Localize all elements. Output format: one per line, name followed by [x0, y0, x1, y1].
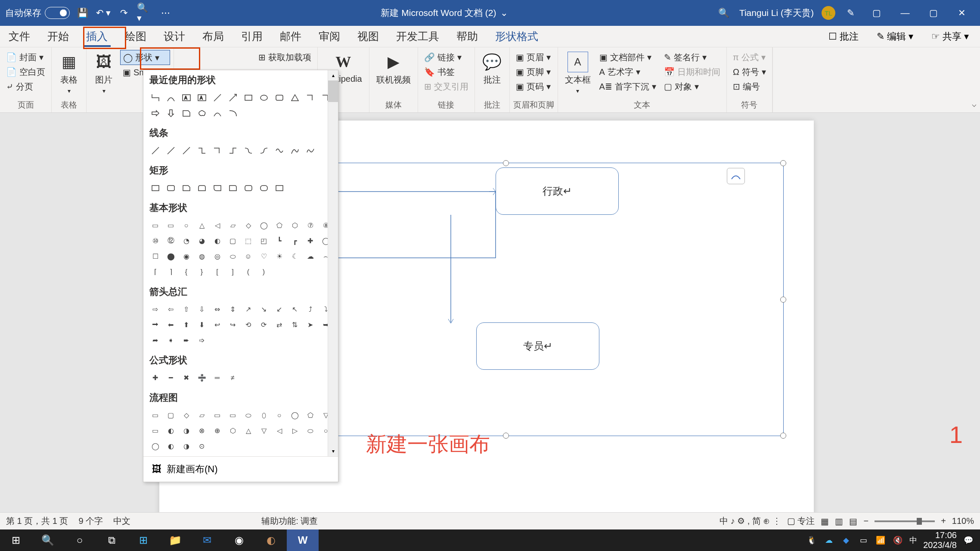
scroll-up-icon[interactable]: ▴ — [328, 70, 338, 80]
arrow-shape-12[interactable]: ⮕ — [148, 317, 163, 332]
basic-shape-0[interactable]: ▭ — [148, 218, 163, 233]
line-elbow2[interactable] — [210, 143, 225, 158]
line-freeform[interactable] — [287, 143, 302, 158]
rect-5[interactable] — [210, 180, 225, 195]
shape-rounded-rect[interactable] — [272, 90, 287, 105]
crossref-button[interactable]: ⊞ 交叉引用 — [422, 79, 471, 94]
shape-oval[interactable] — [256, 90, 271, 105]
arrow-shape-20[interactable]: ⇄ — [272, 317, 287, 332]
canvas-handle-n[interactable] — [503, 160, 509, 166]
basic-shape-14[interactable]: ◔ — [179, 233, 194, 248]
shape-right-arrow[interactable] — [148, 105, 163, 121]
number-button[interactable]: ⊡ 编号 — [730, 79, 769, 94]
zoom-in-icon[interactable]: + — [941, 516, 946, 526]
tab-view[interactable]: 视图 — [349, 26, 388, 47]
line-double-arrow[interactable] — [179, 143, 194, 158]
shape-arrow-line[interactable] — [225, 90, 240, 105]
arrow-shape-14[interactable]: ⬆ — [179, 317, 194, 332]
view-web-icon[interactable]: ▤ — [849, 516, 857, 526]
shape-textbox-v[interactable]: A — [194, 90, 209, 105]
arrow-shape-16[interactable]: ↩ — [210, 317, 225, 332]
basic-shape-36[interactable]: ⌈ — [148, 264, 163, 279]
search-button[interactable]: 🔍 — [716, 5, 732, 21]
link-button[interactable]: 🔗 链接 ▾ — [422, 50, 471, 65]
eq-mult[interactable]: ✖ — [179, 370, 194, 385]
flow-shape-25[interactable]: ◐ — [163, 439, 178, 454]
tab-help[interactable]: 帮助 — [448, 26, 487, 47]
rect-1[interactable] — [148, 180, 163, 195]
basic-shape-25[interactable]: ⬤ — [163, 249, 178, 264]
flow-shape-20[interactable]: ◁ — [272, 423, 287, 438]
flow-shape-8[interactable]: ○ — [272, 408, 287, 423]
tab-file[interactable]: 文件 — [0, 26, 39, 47]
basic-shape-6[interactable]: ◇ — [241, 218, 256, 233]
signature-button[interactable]: ✎ 签名行 ▾ — [661, 50, 723, 65]
editing-mode-button[interactable]: ✎ 编辑 ▾ — [870, 28, 920, 45]
maximize-icon[interactable]: ▢ — [923, 4, 944, 22]
arrow-shape-0[interactable]: ⇨ — [148, 302, 163, 317]
basic-shape-28[interactable]: ◎ — [210, 249, 225, 264]
share-button[interactable]: ☞ 共享 ▾ — [924, 28, 976, 45]
equation-button[interactable]: π 公式 ▾ — [730, 50, 769, 65]
shape-curved-connector[interactable] — [163, 90, 178, 105]
basic-shape-2[interactable]: ○ — [179, 218, 194, 233]
shape-arc[interactable] — [210, 105, 225, 121]
rect-7[interactable] — [241, 180, 256, 195]
flow-shape-15[interactable]: ⊗ — [194, 423, 209, 438]
cortana-icon[interactable]: ○ — [64, 529, 96, 551]
tray-battery-icon[interactable]: ▭ — [858, 535, 869, 546]
line-elbow3[interactable] — [225, 143, 240, 158]
basic-shape-33[interactable]: ☾ — [287, 249, 302, 264]
comment-button[interactable]: 💬 批注 — [478, 50, 506, 87]
basic-shape-34[interactable]: ☁ — [303, 249, 318, 264]
shape-admin[interactable]: 行政↵ — [496, 167, 619, 215]
scroll-down-icon[interactable]: ▾ — [328, 446, 338, 456]
start-icon[interactable]: ⊞ — [0, 529, 32, 551]
app-brown-icon[interactable]: ◐ — [255, 529, 287, 551]
arrow-shape-2[interactable]: ⇧ — [179, 302, 194, 317]
footer-button[interactable]: ▣ 页脚 ▾ — [513, 65, 553, 79]
canvas-handle-ne[interactable] — [780, 160, 786, 166]
basic-shape-15[interactable]: ◕ — [194, 233, 209, 248]
canvas-handle-s[interactable] — [503, 433, 509, 439]
eq-neq[interactable]: ≠ — [225, 370, 240, 385]
shape-triangle[interactable] — [287, 90, 302, 105]
tab-shape-format[interactable]: 形状格式 — [487, 26, 547, 47]
ribbon-display-icon[interactable]: ▢ — [866, 4, 887, 22]
save-icon[interactable]: 💾 — [75, 5, 90, 21]
new-canvas-item[interactable]: 🖽 新建画布(N) — [143, 456, 338, 482]
tray-wifi-icon[interactable]: 📶 — [875, 535, 886, 546]
basic-shape-40[interactable]: [ — [210, 264, 225, 279]
redo-icon[interactable]: ↷ — [116, 5, 132, 21]
table-button[interactable]: ▦ 表格▾ — [55, 50, 83, 96]
close-icon[interactable]: ✕ — [952, 4, 972, 22]
flow-shape-9[interactable]: ◯ — [287, 408, 302, 423]
user-avatar[interactable]: TL — [822, 6, 835, 20]
datetime-button[interactable]: 📅 日期和时间 — [661, 65, 723, 79]
autosave-toggle[interactable]: 自动保存 关 — [5, 7, 70, 19]
ribbon-collapse-icon[interactable]: ⌵ — [972, 99, 977, 109]
title-dropdown-icon[interactable]: ⌄ — [500, 8, 508, 18]
arrow-shape-9[interactable]: ↖ — [287, 302, 302, 317]
eq-plus[interactable]: ✚ — [148, 370, 163, 385]
arrow-shape-21[interactable]: ⇅ — [287, 317, 302, 332]
basic-shape-24[interactable]: ☐ — [148, 249, 163, 264]
tray-ime[interactable]: 中 — [909, 535, 917, 545]
rect-6[interactable] — [225, 180, 240, 195]
page-count[interactable]: 第 1 页，共 1 页 — [6, 515, 68, 527]
arrow-shape-15[interactable]: ⬇ — [194, 317, 209, 332]
rect-8[interactable] — [256, 180, 271, 195]
rect-4[interactable] — [194, 180, 209, 195]
shape-cloud-callout[interactable] — [194, 105, 209, 121]
line-scribble[interactable] — [303, 143, 318, 158]
basic-shape-5[interactable]: ▱ — [225, 218, 240, 233]
flow-shape-19[interactable]: ▽ — [256, 423, 271, 438]
arrow-shape-5[interactable]: ⇕ — [225, 302, 240, 317]
arrow-shape-4[interactable]: ⇔ — [210, 302, 225, 317]
language-status[interactable]: 中文 — [113, 515, 130, 527]
tab-design[interactable]: 设计 — [155, 26, 194, 47]
scroll-thumb[interactable] — [328, 80, 338, 102]
zoom-out-icon[interactable]: − — [863, 516, 868, 526]
line-arrow[interactable] — [163, 143, 178, 158]
a11y-status[interactable]: 辅助功能: 调查 — [261, 515, 318, 527]
